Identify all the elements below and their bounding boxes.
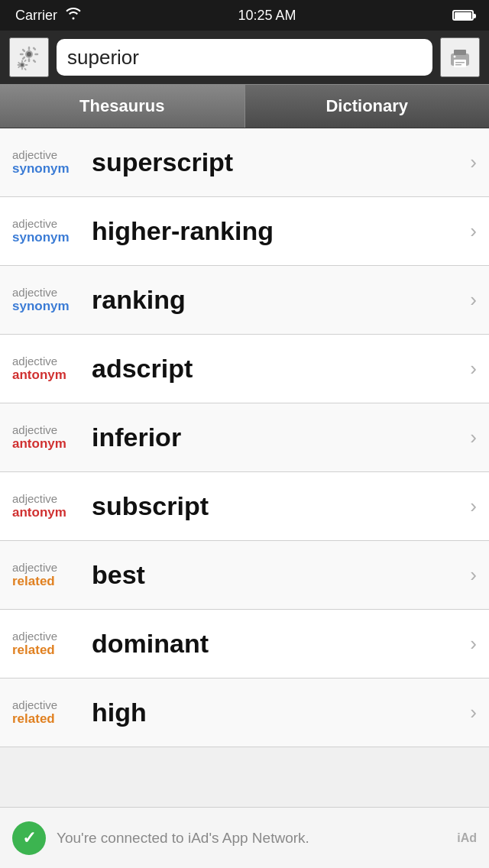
item-meta: adjective antonym: [12, 423, 81, 452]
print-button[interactable]: [440, 37, 480, 77]
item-pos: adjective: [12, 286, 57, 299]
item-type-antonym: antonym: [12, 368, 66, 383]
chevron-right-icon: ›: [470, 151, 477, 174]
item-type-synonym: synonym: [12, 161, 70, 177]
chevron-right-icon: ›: [470, 219, 477, 243]
item-pos: adjective: [12, 423, 57, 436]
item-type-related: related: [12, 711, 55, 727]
result-item[interactable]: adjective related dominant ›: [0, 610, 489, 679]
item-word: subscript: [92, 491, 459, 521]
status-bar: Carrier 10:25 AM: [0, 0, 489, 31]
chevron-right-icon: ›: [470, 288, 477, 312]
result-item[interactable]: adjective related best ›: [0, 541, 489, 610]
svg-point-1: [27, 52, 31, 57]
wifi-icon: [65, 8, 82, 23]
item-meta: adjective antonym: [12, 492, 81, 520]
svg-rect-8: [455, 64, 461, 66]
item-word: ranking: [92, 285, 459, 315]
search-bar: [0, 31, 489, 84]
item-word: inferior: [92, 423, 459, 452]
item-pos: adjective: [12, 561, 57, 574]
tab-bar: Thesaurus Dictionary: [0, 84, 489, 128]
search-input[interactable]: [67, 46, 422, 70]
ad-check-icon: ✓: [12, 821, 46, 855]
result-item[interactable]: adjective antonym inferior ›: [0, 403, 489, 472]
battery-icon: [452, 10, 474, 21]
result-item[interactable]: adjective synonym superscript ›: [0, 128, 489, 197]
item-meta: adjective related: [12, 561, 81, 589]
result-item[interactable]: adjective antonym adscript ›: [0, 335, 489, 403]
item-pos: adjective: [12, 148, 57, 161]
item-word: superscript: [92, 147, 459, 177]
ad-label: iAd: [457, 831, 477, 845]
results-list: adjective synonym superscript › adjectiv…: [0, 128, 489, 807]
svg-rect-5: [454, 50, 466, 55]
tab-thesaurus[interactable]: Thesaurus: [0, 85, 245, 128]
chevron-right-icon: ›: [470, 701, 477, 724]
item-type-antonym: antonym: [12, 505, 66, 520]
item-word: adscript: [92, 354, 459, 384]
time-label: 10:25 AM: [238, 8, 296, 24]
svg-point-9: [454, 56, 456, 58]
tab-dictionary[interactable]: Dictionary: [245, 85, 490, 128]
item-meta: adjective synonym: [12, 148, 81, 177]
item-word: higher-ranking: [92, 216, 459, 246]
item-word: high: [92, 698, 459, 727]
result-item[interactable]: adjective related high ›: [0, 679, 489, 747]
item-pos: adjective: [12, 492, 57, 505]
chevron-right-icon: ›: [470, 494, 477, 518]
svg-rect-6: [454, 60, 466, 67]
ad-banner: ✓ You're connected to iAd's App Network.…: [0, 807, 489, 868]
item-pos: adjective: [12, 217, 57, 230]
item-type-related: related: [12, 643, 55, 658]
item-meta: adjective related: [12, 698, 81, 727]
item-type-synonym: synonym: [12, 299, 70, 314]
item-pos: adjective: [12, 698, 57, 711]
item-pos: adjective: [12, 630, 57, 643]
search-input-wrapper: [57, 39, 432, 76]
ad-text: You're connected to iAd's App Network.: [57, 830, 446, 847]
result-item[interactable]: adjective antonym subscript ›: [0, 472, 489, 541]
item-type-synonym: synonym: [12, 230, 70, 245]
item-type-related: related: [12, 574, 55, 589]
svg-point-3: [21, 63, 24, 66]
status-left: Carrier: [15, 8, 82, 24]
chevron-right-icon: ›: [470, 426, 477, 449]
result-item[interactable]: adjective synonym higher-ranking ›: [0, 197, 489, 266]
item-meta: adjective synonym: [12, 217, 81, 245]
item-word: dominant: [92, 629, 459, 659]
settings-button[interactable]: [9, 37, 49, 77]
chevron-right-icon: ›: [470, 357, 477, 381]
item-type-antonym: antonym: [12, 436, 66, 452]
chevron-right-icon: ›: [470, 632, 477, 656]
item-pos: adjective: [12, 355, 57, 368]
svg-rect-7: [455, 62, 465, 63]
item-meta: adjective related: [12, 630, 81, 658]
chevron-right-icon: ›: [470, 563, 477, 587]
carrier-label: Carrier: [15, 8, 57, 24]
item-meta: adjective synonym: [12, 286, 81, 314]
item-meta: adjective antonym: [12, 355, 81, 383]
result-item[interactable]: adjective synonym ranking ›: [0, 266, 489, 335]
item-word: best: [92, 560, 459, 590]
